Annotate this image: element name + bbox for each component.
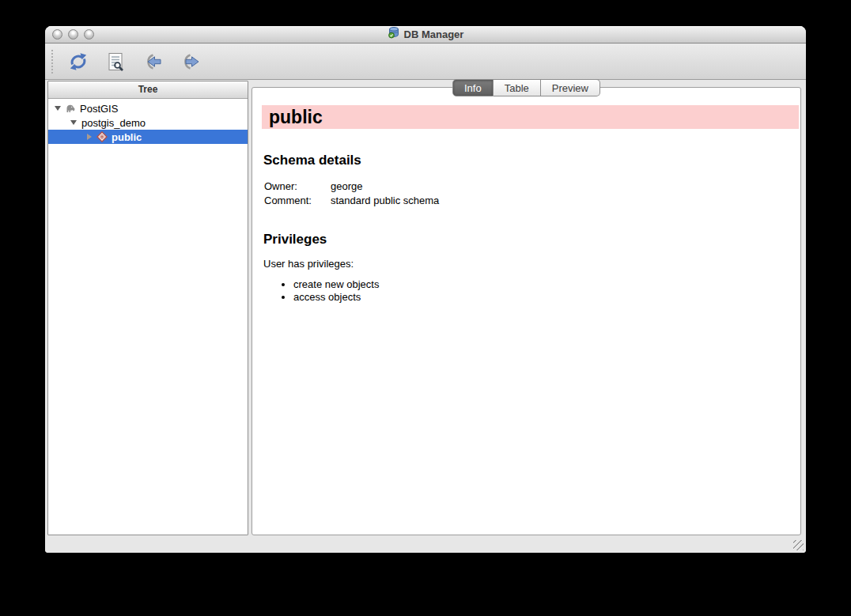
tree-list: PostGIS postgis_demo public [48,99,248,144]
tree-panel: Tree PostGIS postgis_demo [47,81,248,535]
schema-details-heading: Schema details [263,153,800,168]
window-title-area: DB Manager [45,26,806,43]
privileges-heading: Privileges [263,232,800,248]
list-item: create new objects [293,278,800,291]
tree-item-label: postgis_demo [81,117,146,129]
owner-label: Owner: [264,180,331,194]
tab-bar: Info Table Preview [249,79,804,96]
tree-item-postgis-demo[interactable]: postgis_demo [48,115,248,130]
tab-table[interactable]: Table [494,79,541,96]
db-manager-window: DB Manager [45,26,806,553]
traffic-lights [52,29,94,40]
tree-item-postgis[interactable]: PostGIS [48,101,248,115]
owner-value: george [331,180,439,194]
info-pane: public Schema details Owner: george Comm… [252,87,801,535]
comment-value: standard public schema [331,194,439,208]
collapse-arrow-icon[interactable] [85,134,94,140]
table-row: Comment: standard public schema [264,194,439,208]
table-row: Owner: george [264,180,439,194]
comment-label: Comment: [264,194,331,208]
tree-item-label: PostGIS [80,103,118,115]
tree-item-label: public [112,131,142,143]
zoom-button[interactable] [84,29,94,40]
sql-window-icon [106,51,125,72]
tab-preview[interactable]: Preview [541,79,600,96]
title-bar[interactable]: DB Manager [45,26,806,43]
close-button[interactable] [52,29,62,40]
schema-details-table: Owner: george Comment: standard public s… [264,180,439,208]
sql-window-button[interactable] [104,50,127,74]
toolbar [45,44,806,80]
status-bar [45,536,806,553]
toolbar-drag-handle[interactable] [51,50,53,74]
tree-item-public[interactable]: public [48,130,248,144]
privileges-intro: User has privileges: [263,258,800,270]
expand-arrow-icon[interactable] [53,106,62,111]
expand-arrow-icon[interactable] [69,120,78,125]
db-manager-icon [388,26,400,44]
minimize-button[interactable] [68,29,78,40]
postgis-elephant-icon [64,103,77,114]
schema-name-banner: public [262,105,799,129]
tree-panel-header: Tree [48,81,248,99]
window-title: DB Manager [404,26,464,43]
resize-grip-icon[interactable] [793,540,804,550]
import-layer-button[interactable] [141,50,165,74]
export-file-button[interactable] [178,50,202,74]
privileges-list: create new objects access objects [252,278,800,304]
refresh-button[interactable] [66,50,90,74]
refresh-icon [68,51,89,72]
list-item: access objects [293,291,800,304]
tab-info[interactable]: Info [452,79,494,96]
import-layer-icon [142,51,163,72]
schema-icon [96,131,108,142]
export-file-icon [180,51,200,72]
